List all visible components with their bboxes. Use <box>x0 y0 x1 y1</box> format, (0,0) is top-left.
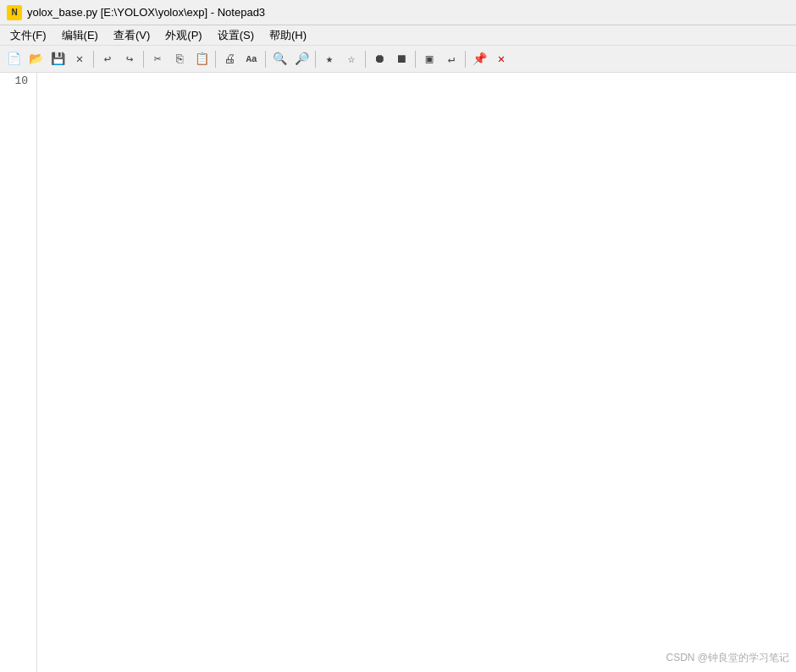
copy-button[interactable]: ⎘ <box>169 49 190 69</box>
pin-button[interactable]: 📌 <box>469 49 489 69</box>
sep7 <box>415 51 416 68</box>
sep5 <box>315 51 316 68</box>
sep1 <box>93 51 94 68</box>
gutter-line <box>37 73 49 89</box>
bookmark2-button[interactable]: ☆ <box>341 49 362 69</box>
print-button[interactable]: 🖨 <box>219 49 240 69</box>
toolbar: 📄 📂 💾 ✕ ↩ ↪ ✂ ⎘ 📋 🖨 Aa 🔍 🔎 ★ ☆ ⏺ ⏹ ▣ ↵ 📌… <box>0 46 796 73</box>
open-button[interactable]: 📂 <box>25 49 46 69</box>
menu-item[interactable]: 查看(V) <box>107 26 157 45</box>
close2-button[interactable]: ✕ <box>491 49 511 69</box>
title-bar: N yolox_base.py [E:\YOLOX\yolox\exp] - N… <box>0 0 796 25</box>
line-number: 10 <box>3 73 31 89</box>
menu-item[interactable]: 编辑(E) <box>55 26 105 45</box>
wrap-button[interactable]: ↵ <box>441 49 462 69</box>
menu-item[interactable]: 帮助(H) <box>263 26 313 45</box>
code-content[interactable] <box>49 73 796 672</box>
save-button[interactable]: 💾 <box>47 49 68 69</box>
new-button[interactable]: 📄 <box>3 49 24 69</box>
bookmark-button[interactable]: ★ <box>319 49 340 69</box>
menu-item[interactable]: 设置(S) <box>211 26 261 45</box>
macro-button[interactable]: ⏺ <box>369 49 390 69</box>
sep2 <box>143 51 144 68</box>
sep6 <box>365 51 366 68</box>
sep4 <box>265 51 266 68</box>
undo-button[interactable]: ↩ <box>97 49 118 69</box>
menu-item[interactable]: 文件(F) <box>3 26 53 45</box>
watermark: CSDN @钟良堂的学习笔记 <box>666 651 789 665</box>
find-button[interactable]: 🔎 <box>291 49 312 69</box>
menu-bar: 文件(F)编辑(E)查看(V)外观(P)设置(S)帮助(H) <box>0 25 796 46</box>
code-area: 10 <box>0 73 796 672</box>
redo-button[interactable]: ↪ <box>119 49 140 69</box>
menu-item[interactable]: 外观(P) <box>158 26 208 45</box>
app-icon: N <box>7 5 22 20</box>
gutter <box>37 73 49 672</box>
view-button[interactable]: ▣ <box>419 49 439 69</box>
font-button[interactable]: Aa <box>241 49 262 69</box>
line-numbers: 10 <box>0 73 37 672</box>
search-button[interactable]: 🔍 <box>269 49 290 69</box>
cut-button[interactable]: ✂ <box>147 49 168 69</box>
macro2-button[interactable]: ⏹ <box>391 49 412 69</box>
sep3 <box>215 51 216 68</box>
close-button[interactable]: ✕ <box>69 49 90 69</box>
sep8 <box>465 51 466 68</box>
paste-button[interactable]: 📋 <box>191 49 212 69</box>
title-text: yolox_base.py [E:\YOLOX\yolox\exp] - Not… <box>27 6 265 19</box>
